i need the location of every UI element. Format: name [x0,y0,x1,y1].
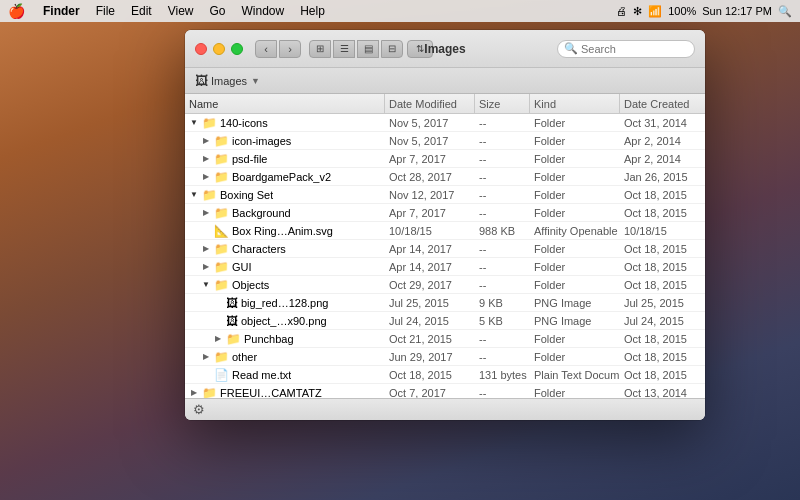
file-size: -- [475,261,530,273]
table-row[interactable]: ▶ 📁 icon-images Nov 5, 2017 -- Folder Ap… [185,132,705,150]
file-size: -- [475,207,530,219]
disclosure-arrow[interactable]: ▶ [201,154,211,164]
table-row[interactable]: ▶ 📁 BoardgamePack_v2 Oct 28, 2017 -- Fol… [185,168,705,186]
disclosure-arrow[interactable]: ▼ [189,118,199,128]
file-name-cell: ▼ 📁 140-icons [185,116,385,130]
table-row[interactable]: ▶ 📁 GUI Apr 14, 2017 -- Folder Oct 18, 2… [185,258,705,276]
file-date-modified: Oct 28, 2017 [385,171,475,183]
header-name[interactable]: Name [185,94,385,113]
cover-flow-button[interactable]: ⊟ [381,40,403,58]
file-name-cell: ▼ 📁 Boxing Set [185,188,385,202]
file-name-cell: 📐 Box Ring…Anim.svg [185,224,385,238]
table-row[interactable]: 🖼 object_…x90.png Jul 24, 2015 5 KB PNG … [185,312,705,330]
file-date-modified: Nov 12, 2017 [385,189,475,201]
disclosure-arrow[interactable]: ▶ [201,262,211,272]
file-date-created: Oct 18, 2015 [620,189,705,201]
menubar-file[interactable]: File [88,0,123,22]
file-size: -- [475,279,530,291]
file-type-icon: 📐 [214,224,229,238]
file-size: 5 KB [475,315,530,327]
icon-view-button[interactable]: ⊞ [309,40,331,58]
settings-gear-icon[interactable]: ⚙ [193,402,205,417]
file-date-created: Oct 18, 2015 [620,333,705,345]
close-button[interactable] [195,43,207,55]
menubar-app-name[interactable]: Finder [35,0,88,22]
disclosure-arrow[interactable]: ▼ [189,190,199,200]
file-kind: Folder [530,351,620,363]
disclosure-arrow[interactable]: ▼ [201,280,211,290]
file-name-text: Boxing Set [220,189,273,201]
file-size: 988 KB [475,225,530,237]
file-type-icon: 📄 [214,368,229,382]
file-date-created: Oct 18, 2015 [620,351,705,363]
view-controls: ⊞ ☰ ▤ ⊟ [309,40,403,58]
disclosure-arrow[interactable]: ▶ [213,334,223,344]
file-date-modified: Apr 14, 2017 [385,261,475,273]
file-kind: Folder [530,243,620,255]
table-row[interactable]: ▶ 📁 other Jun 29, 2017 -- Folder Oct 18,… [185,348,705,366]
file-type-icon: 📁 [226,332,241,346]
file-date-created: Oct 18, 2015 [620,279,705,291]
disclosure-placeholder [213,298,223,308]
disclosure-arrow[interactable]: ▶ [201,208,211,218]
file-size: -- [475,189,530,201]
file-name-text: Box Ring…Anim.svg [232,225,333,237]
disclosure-arrow[interactable]: ▶ [201,244,211,254]
menubar-help[interactable]: Help [292,0,333,22]
table-row[interactable]: 📄 Read me.txt Oct 18, 2015 131 bytes Pla… [185,366,705,384]
table-row[interactable]: ▶ 📁 psd-file Apr 7, 2017 -- Folder Apr 2… [185,150,705,168]
traffic-lights [195,43,243,55]
maximize-button[interactable] [231,43,243,55]
apple-menu-icon[interactable]: 🍎 [8,3,25,19]
header-date-created[interactable]: Date Created [620,94,705,113]
table-row[interactable]: ▶ 📁 FREEUI…CAMTATZ Oct 7, 2017 -- Folder… [185,384,705,398]
file-name-text: psd-file [232,153,267,165]
file-size: 131 bytes [475,369,530,381]
list-view-button[interactable]: ☰ [333,40,355,58]
table-row[interactable]: ▶ 📁 Punchbag Oct 21, 2015 -- Folder Oct … [185,330,705,348]
file-name-cell: ▶ 📁 Background [185,206,385,220]
disclosure-arrow[interactable]: ▶ [201,352,211,362]
table-row[interactable]: 🖼 big_red…128.png Jul 25, 2015 9 KB PNG … [185,294,705,312]
disclosure-arrow[interactable]: ▶ [201,136,211,146]
battery-indicator: 100% [668,5,696,17]
file-name-text: object_…x90.png [241,315,327,327]
disclosure-arrow[interactable]: ▶ [201,172,211,182]
header-kind[interactable]: Kind [530,94,620,113]
file-list[interactable]: ▼ 📁 140-icons Nov 5, 2017 -- Folder Oct … [185,114,705,398]
file-name-cell: ▶ 📁 Punchbag [185,332,385,346]
menubar-go[interactable]: Go [202,0,234,22]
table-row[interactable]: ▼ 📁 Objects Oct 29, 2017 -- Folder Oct 1… [185,276,705,294]
file-kind: Folder [530,135,620,147]
table-row[interactable]: ▶ 📁 Background Apr 7, 2017 -- Folder Oct… [185,204,705,222]
column-view-button[interactable]: ▤ [357,40,379,58]
table-row[interactable]: ▼ 📁 Boxing Set Nov 12, 2017 -- Folder Oc… [185,186,705,204]
file-date-created: Jan 26, 2015 [620,171,705,183]
file-date-modified: Nov 5, 2017 [385,117,475,129]
menubar-view[interactable]: View [160,0,202,22]
menubar-edit[interactable]: Edit [123,0,160,22]
path-dropdown-icon[interactable]: ▼ [251,76,260,86]
table-row[interactable]: ▼ 📁 140-icons Nov 5, 2017 -- Folder Oct … [185,114,705,132]
menubar: 🍎 Finder File Edit View Go Window Help 🖨… [0,0,800,22]
back-button[interactable]: ‹ [255,40,277,58]
search-input[interactable] [581,43,688,55]
status-bar: ⚙ [185,398,705,420]
menubar-window[interactable]: Window [234,0,293,22]
table-row[interactable]: ▶ 📁 Characters Apr 14, 2017 -- Folder Oc… [185,240,705,258]
file-name-cell: ▶ 📁 icon-images [185,134,385,148]
table-row[interactable]: 📐 Box Ring…Anim.svg 10/18/15 988 KB Affi… [185,222,705,240]
header-size[interactable]: Size [475,94,530,113]
file-date-modified: Oct 29, 2017 [385,279,475,291]
file-date-created: Jul 24, 2015 [620,315,705,327]
file-date-created: Oct 18, 2015 [620,369,705,381]
file-date-created: Apr 2, 2014 [620,153,705,165]
file-size: -- [475,387,530,399]
disclosure-arrow[interactable]: ▶ [189,388,199,398]
minimize-button[interactable] [213,43,225,55]
forward-button[interactable]: › [279,40,301,58]
search-bar[interactable]: 🔍 [557,40,695,58]
header-date-modified[interactable]: Date Modified [385,94,475,113]
search-menu-icon[interactable]: 🔍 [778,5,792,18]
file-kind: Folder [530,171,620,183]
